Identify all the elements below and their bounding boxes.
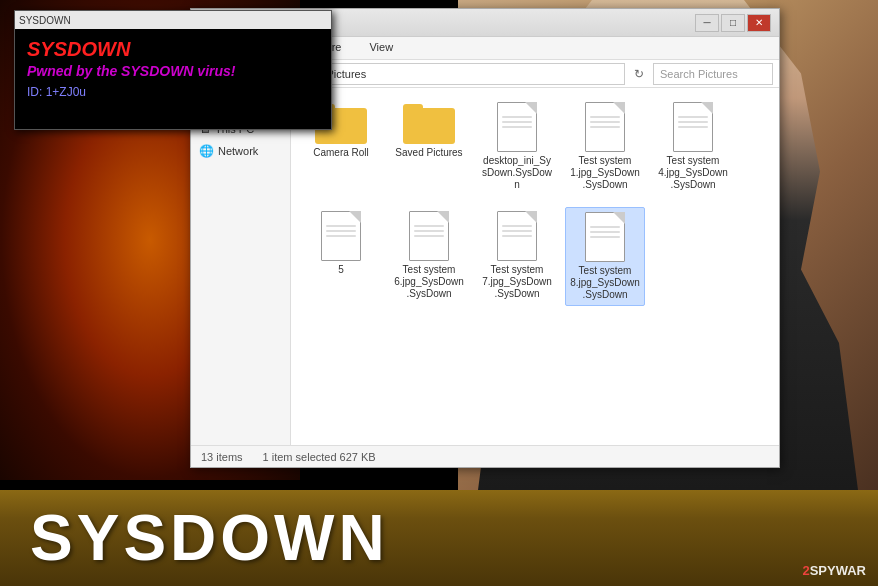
doc-icon-test6: [409, 211, 449, 261]
folder-icon-saved-pictures: [403, 102, 455, 144]
doc-line: [414, 230, 444, 232]
doc-line: [414, 225, 444, 227]
doc-line: [590, 121, 620, 123]
doc-line: [678, 121, 708, 123]
spyware-logo-suffix: SPYWAR: [810, 563, 866, 578]
search-placeholder: Search Pictures: [660, 68, 738, 80]
doc-line: [502, 116, 532, 118]
file-item-test8[interactable]: Test system 8.jpg_SysDown.SysDown: [565, 207, 645, 306]
doc-line: [590, 116, 620, 118]
bottom-title: SYSDOWN: [30, 501, 389, 575]
file-label-test1: Test system 1.jpg_SysDown.SysDown: [569, 155, 641, 191]
doc-lines-6: [414, 225, 444, 240]
file-item-test1[interactable]: Test system 1.jpg_SysDown.SysDown: [565, 98, 645, 195]
doc-lines-5: [326, 225, 356, 240]
sysdown-pwned-text: Pwned by the SYSDOWN virus!: [27, 63, 319, 79]
doc-lines-4: [678, 116, 708, 131]
refresh-button[interactable]: ↻: [629, 64, 649, 84]
doc-line: [414, 235, 444, 237]
search-box[interactable]: Search Pictures: [653, 63, 773, 85]
explorer-content-area: Camera Roll Saved Pictures: [291, 88, 779, 445]
doc-line: [326, 225, 356, 227]
status-items-count: 13 items: [201, 451, 243, 463]
file-item-test7[interactable]: Test system 7.jpg_SysDown.SysDown: [477, 207, 557, 306]
doc-line: [502, 230, 532, 232]
sysdown-popup-titlebar: SYSDOWN: [15, 11, 331, 29]
doc-line: [678, 116, 708, 118]
doc-line: [326, 230, 356, 232]
file-label-camera-roll: Camera Roll: [313, 147, 369, 159]
tab-view[interactable]: View: [355, 37, 407, 59]
doc-line: [590, 226, 620, 228]
doc-line: [502, 126, 532, 128]
doc-lines-7: [502, 225, 532, 240]
doc-line: [590, 126, 620, 128]
network-icon: 🌐: [199, 144, 214, 158]
doc-line: [678, 126, 708, 128]
doc-line: [502, 121, 532, 123]
file-label-desktop-ini: desktop_ini_SysDown.SysDown: [481, 155, 553, 191]
file-item-test6[interactable]: Test system 6.jpg_SysDown.SysDown: [389, 207, 469, 306]
sysdown-popup: SYSDOWN SYSDOWN Pwned by the SYSDOWN vir…: [14, 10, 332, 130]
doc-icon-test8: [585, 212, 625, 262]
file-label-test8: Test system 8.jpg_SysDown.SysDown: [570, 265, 640, 301]
file-label-5: 5: [338, 264, 344, 276]
minimize-button[interactable]: ─: [695, 14, 719, 32]
file-item-saved-pictures[interactable]: Saved Pictures: [389, 98, 469, 195]
doc-line: [590, 231, 620, 233]
doc-line: [590, 236, 620, 238]
file-item-desktop-ini[interactable]: desktop_ini_SysDown.SysDown: [477, 98, 557, 195]
file-item-test4[interactable]: Test system 4.jpg_SysDown.SysDown: [653, 98, 733, 195]
file-label-test6: Test system 6.jpg_SysDown.SysDown: [393, 264, 465, 300]
doc-line: [326, 235, 356, 237]
file-label-test4: Test system 4.jpg_SysDown.SysDown: [657, 155, 729, 191]
status-selected-info: 1 item selected 627 KB: [263, 451, 376, 463]
doc-line: [502, 235, 532, 237]
file-item-5[interactable]: 5: [301, 207, 381, 306]
explorer-sidebar: ☁ OneDrive 🖥 This PC 🌐 Network: [191, 88, 291, 445]
sysdown-virus-title: SYSDOWN: [27, 37, 319, 61]
files-grid: Camera Roll Saved Pictures: [301, 98, 769, 306]
doc-icon-test7: [497, 211, 537, 261]
doc-line: [502, 225, 532, 227]
doc-icon-test4: [673, 102, 713, 152]
explorer-statusbar: 13 items 1 item selected 627 KB: [191, 445, 779, 467]
file-label-test7: Test system 7.jpg_SysDown.SysDown: [481, 264, 553, 300]
doc-icon-desktop-ini: [497, 102, 537, 152]
bottom-bar: SYSDOWN: [0, 490, 878, 586]
doc-lines: [502, 116, 532, 131]
spyware-logo-prefix: 2: [802, 563, 809, 578]
doc-lines-8: [590, 226, 620, 241]
spyware-logo: 2SPYWAR: [802, 563, 866, 578]
maximize-button[interactable]: □: [721, 14, 745, 32]
doc-lines-1: [590, 116, 620, 131]
sysdown-popup-body: SYSDOWN Pwned by the SYSDOWN virus! ID: …: [15, 29, 331, 107]
sidebar-item-network[interactable]: 🌐 Network: [191, 140, 290, 162]
sysdown-popup-title: SYSDOWN: [19, 15, 71, 26]
doc-icon-test1: [585, 102, 625, 152]
path-pictures: Pictures: [326, 68, 366, 80]
titlebar-controls: ─ □ ✕: [695, 14, 771, 32]
file-label-saved-pictures: Saved Pictures: [395, 147, 462, 159]
sidebar-network-label: Network: [218, 145, 258, 157]
explorer-body: ☁ OneDrive 🖥 This PC 🌐 Network: [191, 88, 779, 445]
sysdown-id-text: ID: 1+ZJ0u: [27, 85, 319, 99]
folder-back-sp: [403, 108, 455, 144]
close-button[interactable]: ✕: [747, 14, 771, 32]
doc-icon-5: [321, 211, 361, 261]
